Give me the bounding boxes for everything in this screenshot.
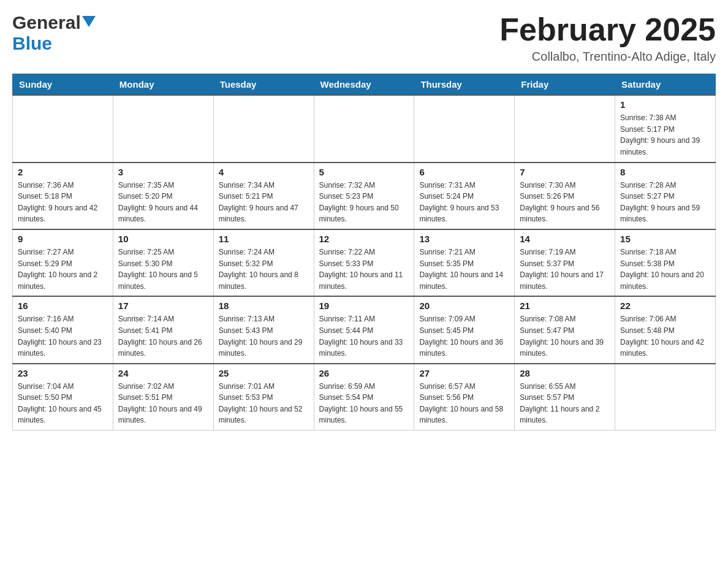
week-row-3: 9Sunrise: 7:27 AMSunset: 5:29 PMDaylight… (13, 229, 716, 296)
day-info: Sunrise: 7:32 AMSunset: 5:23 PMDaylight:… (319, 180, 409, 225)
day-info: Sunrise: 7:08 AMSunset: 5:47 PMDaylight:… (520, 313, 610, 359)
day-info: Sunrise: 7:31 AMSunset: 5:24 PMDaylight:… (419, 180, 509, 225)
calendar-header-saturday: Saturday (615, 74, 716, 96)
calendar-header-thursday: Thursday (414, 74, 515, 96)
day-number: 5 (319, 167, 409, 177)
calendar-table: SundayMondayTuesdayWednesdayThursdayFrid… (12, 74, 716, 431)
calendar-cell: 2Sunrise: 7:36 AMSunset: 5:18 PMDaylight… (13, 163, 113, 229)
title-block: February 2025 Collalbo, Trentino-Alto Ad… (499, 12, 716, 64)
day-number: 17 (118, 301, 208, 311)
day-number: 23 (18, 368, 108, 378)
logo-arrow-icon (82, 16, 96, 29)
day-number: 8 (620, 167, 710, 177)
day-number: 9 (18, 234, 108, 244)
day-number: 7 (520, 167, 610, 177)
calendar-cell (314, 95, 414, 162)
day-info: Sunrise: 7:09 AMSunset: 5:45 PMDaylight:… (419, 313, 509, 359)
calendar-header-sunday: Sunday (13, 74, 113, 96)
day-info: Sunrise: 6:59 AMSunset: 5:54 PMDaylight:… (319, 381, 409, 426)
logo-blue-text: Blue (12, 33, 52, 53)
day-info: Sunrise: 7:11 AMSunset: 5:44 PMDaylight:… (319, 313, 409, 359)
calendar-cell: 24Sunrise: 7:02 AMSunset: 5:51 PMDayligh… (113, 364, 213, 431)
day-info: Sunrise: 7:30 AMSunset: 5:26 PMDaylight:… (520, 180, 610, 225)
day-info: Sunrise: 7:02 AMSunset: 5:51 PMDaylight:… (118, 381, 208, 426)
day-info: Sunrise: 6:55 AMSunset: 5:57 PMDaylight:… (520, 381, 610, 426)
logo-general-text: General (12, 12, 81, 33)
day-info: Sunrise: 7:19 AMSunset: 5:37 PMDaylight:… (520, 247, 610, 292)
day-number: 4 (219, 167, 309, 177)
calendar-cell: 3Sunrise: 7:35 AMSunset: 5:20 PMDaylight… (113, 163, 213, 229)
day-number: 12 (319, 234, 409, 244)
calendar-cell: 14Sunrise: 7:19 AMSunset: 5:37 PMDayligh… (515, 229, 615, 296)
calendar-cell (13, 95, 113, 162)
calendar-cell: 27Sunrise: 6:57 AMSunset: 5:56 PMDayligh… (414, 364, 515, 431)
day-number: 26 (319, 368, 409, 378)
calendar-cell: 28Sunrise: 6:55 AMSunset: 5:57 PMDayligh… (515, 364, 615, 431)
day-number: 15 (620, 234, 710, 244)
calendar-cell: 22Sunrise: 7:06 AMSunset: 5:48 PMDayligh… (615, 296, 716, 363)
week-row-1: 1Sunrise: 7:38 AMSunset: 5:17 PMDaylight… (13, 95, 716, 162)
calendar-cell: 17Sunrise: 7:14 AMSunset: 5:41 PMDayligh… (113, 296, 213, 363)
day-number: 14 (520, 234, 610, 244)
calendar-header-tuesday: Tuesday (213, 74, 314, 96)
calendar-cell (615, 364, 716, 431)
calendar-cell: 4Sunrise: 7:34 AMSunset: 5:21 PMDaylight… (213, 163, 314, 229)
calendar-header-wednesday: Wednesday (314, 74, 414, 96)
page-title: February 2025 (499, 12, 716, 47)
day-info: Sunrise: 7:25 AMSunset: 5:30 PMDaylight:… (118, 247, 208, 292)
day-info: Sunrise: 6:57 AMSunset: 5:56 PMDaylight:… (419, 381, 509, 426)
calendar-cell: 26Sunrise: 6:59 AMSunset: 5:54 PMDayligh… (314, 364, 414, 431)
calendar-cell: 19Sunrise: 7:11 AMSunset: 5:44 PMDayligh… (314, 296, 414, 363)
calendar-cell (515, 95, 615, 162)
calendar-cell: 16Sunrise: 7:16 AMSunset: 5:40 PMDayligh… (13, 296, 113, 363)
page-subtitle: Collalbo, Trentino-Alto Adige, Italy (499, 50, 716, 64)
day-number: 24 (118, 368, 208, 378)
day-number: 2 (18, 167, 108, 177)
calendar-cell: 5Sunrise: 7:32 AMSunset: 5:23 PMDaylight… (314, 163, 414, 229)
day-number: 27 (419, 368, 509, 378)
day-number: 25 (219, 368, 309, 378)
day-number: 6 (419, 167, 509, 177)
day-info: Sunrise: 7:24 AMSunset: 5:32 PMDaylight:… (219, 247, 309, 292)
calendar-cell: 1Sunrise: 7:38 AMSunset: 5:17 PMDaylight… (615, 95, 716, 162)
calendar-cell: 25Sunrise: 7:01 AMSunset: 5:53 PMDayligh… (213, 364, 314, 431)
day-info: Sunrise: 7:22 AMSunset: 5:33 PMDaylight:… (319, 247, 409, 292)
calendar-cell: 6Sunrise: 7:31 AMSunset: 5:24 PMDaylight… (414, 163, 515, 229)
page-header: General Blue February 2025 Collalbo, Tre… (12, 12, 716, 64)
calendar-cell: 8Sunrise: 7:28 AMSunset: 5:27 PMDaylight… (615, 163, 716, 229)
day-info: Sunrise: 7:35 AMSunset: 5:20 PMDaylight:… (118, 180, 208, 225)
day-info: Sunrise: 7:13 AMSunset: 5:43 PMDaylight:… (219, 313, 309, 359)
day-info: Sunrise: 7:04 AMSunset: 5:50 PMDaylight:… (18, 381, 108, 426)
week-row-5: 23Sunrise: 7:04 AMSunset: 5:50 PMDayligh… (13, 364, 716, 431)
day-number: 1 (620, 99, 710, 110)
day-info: Sunrise: 7:16 AMSunset: 5:40 PMDaylight:… (18, 313, 108, 359)
day-number: 19 (319, 301, 409, 311)
day-info: Sunrise: 7:18 AMSunset: 5:38 PMDaylight:… (620, 247, 710, 292)
day-info: Sunrise: 7:28 AMSunset: 5:27 PMDaylight:… (620, 180, 710, 225)
day-number: 13 (419, 234, 509, 244)
day-number: 10 (118, 234, 208, 244)
day-info: Sunrise: 7:14 AMSunset: 5:41 PMDaylight:… (118, 313, 208, 359)
day-number: 11 (219, 234, 309, 244)
calendar-cell (414, 95, 515, 162)
day-info: Sunrise: 7:01 AMSunset: 5:53 PMDaylight:… (219, 381, 309, 426)
week-row-2: 2Sunrise: 7:36 AMSunset: 5:18 PMDaylight… (13, 163, 716, 229)
calendar-cell (113, 95, 213, 162)
calendar-header-friday: Friday (515, 74, 615, 96)
calendar-cell: 15Sunrise: 7:18 AMSunset: 5:38 PMDayligh… (615, 229, 716, 296)
calendar-header-row: SundayMondayTuesdayWednesdayThursdayFrid… (13, 74, 716, 96)
calendar-cell: 10Sunrise: 7:25 AMSunset: 5:30 PMDayligh… (113, 229, 213, 296)
calendar-cell: 9Sunrise: 7:27 AMSunset: 5:29 PMDaylight… (13, 229, 113, 296)
day-info: Sunrise: 7:21 AMSunset: 5:35 PMDaylight:… (419, 247, 509, 292)
calendar-cell: 20Sunrise: 7:09 AMSunset: 5:45 PMDayligh… (414, 296, 515, 363)
svg-marker-0 (82, 16, 96, 27)
day-number: 3 (118, 167, 208, 177)
logo: General Blue (12, 12, 96, 54)
day-number: 16 (18, 301, 108, 311)
day-number: 21 (520, 301, 610, 311)
week-row-4: 16Sunrise: 7:16 AMSunset: 5:40 PMDayligh… (13, 296, 716, 363)
calendar-cell: 18Sunrise: 7:13 AMSunset: 5:43 PMDayligh… (213, 296, 314, 363)
calendar-header-monday: Monday (113, 74, 213, 96)
calendar-cell: 23Sunrise: 7:04 AMSunset: 5:50 PMDayligh… (13, 364, 113, 431)
day-info: Sunrise: 7:06 AMSunset: 5:48 PMDaylight:… (620, 313, 710, 359)
